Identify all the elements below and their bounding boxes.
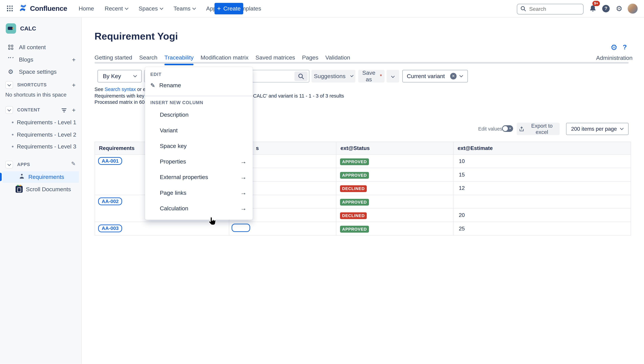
menu-item-variant[interactable]: Variant — [145, 122, 253, 138]
app-switcher-icon[interactable] — [7, 6, 13, 12]
chevron-down-icon — [133, 74, 137, 77]
scroll-documents-icon — [16, 186, 23, 193]
search-icon — [520, 6, 526, 13]
suggestions-button[interactable]: Suggestions — [311, 70, 355, 82]
sidebar-item-all-content[interactable]: All content — [0, 42, 81, 53]
sidebar-page-level3[interactable]: Requirements - Level 3 — [0, 141, 81, 152]
sidebar-page-level2[interactable]: Requirements - Level 2 — [0, 129, 81, 140]
chevron-down-icon — [350, 74, 353, 77]
search-input[interactable] — [528, 6, 575, 13]
col-ext-status[interactable]: ext@Status — [336, 142, 453, 154]
collapse-content-button[interactable] — [6, 106, 13, 114]
table-row: AA-003 APPROVED 25 — [95, 222, 631, 235]
status-badge: APPROVED — [340, 158, 369, 165]
estimate-value: 25 — [453, 222, 631, 235]
sidebar-app-requirements[interactable]: Requirements — [0, 171, 81, 183]
toggle-off-icon: ✕ — [509, 126, 511, 130]
edit-apps-pencil-icon[interactable]: ✎ — [71, 160, 76, 167]
avatar — [627, 4, 638, 14]
notifications-button[interactable]: 9+ — [587, 3, 598, 14]
bullet-icon — [12, 134, 14, 136]
tab-modification-matrix[interactable]: Modification matrix — [201, 54, 249, 64]
collapse-apps-button[interactable] — [6, 161, 13, 168]
tab-validation[interactable]: Validation — [325, 54, 350, 64]
submenu-arrow-icon: → — [240, 158, 246, 165]
search-syntax-link[interactable]: Search syntax — [105, 86, 136, 92]
col-ext-estimate[interactable]: ext@Estimate — [453, 142, 631, 154]
space-header[interactable]: CALC — [6, 23, 36, 34]
tab-getting-started[interactable]: Getting started — [95, 54, 132, 64]
blogs-icon: ”” — [8, 57, 14, 62]
nav-spaces[interactable]: Spaces — [139, 5, 163, 12]
menu-item-page-links[interactable]: Page links→ — [145, 185, 253, 200]
save-as-button[interactable]: Save as* — [358, 70, 384, 82]
status-badge: APPROVED — [340, 172, 369, 179]
shortcuts-empty-text: No shortcuts in this space — [6, 92, 67, 98]
clear-variant-icon[interactable]: ✕ — [450, 73, 457, 80]
add-shortcut-icon[interactable]: + — [72, 82, 76, 89]
variant-select[interactable]: Current variant ✕ — [402, 70, 468, 82]
sidebar-app-scroll-documents[interactable]: Scroll Documents — [0, 184, 81, 195]
nav-recent[interactable]: Recent — [105, 5, 128, 12]
profile-button[interactable] — [627, 3, 638, 14]
chevron-down-icon — [7, 162, 11, 166]
menu-item-description[interactable]: Description — [145, 107, 253, 122]
space-name: CALC — [20, 25, 36, 32]
administration-link[interactable]: Administration — [596, 54, 632, 61]
menu-item-rename[interactable]: ✎ Rename — [145, 78, 253, 93]
sidebar-page-level1[interactable]: Requirements - Level 1 — [0, 117, 81, 128]
menu-item-properties[interactable]: Properties→ — [145, 154, 253, 169]
shortcuts-header: SHORTCUTS + — [0, 80, 81, 90]
export-to-excel-button[interactable]: Export to excel — [517, 123, 559, 135]
estimate-value: 10 — [453, 154, 631, 168]
confluence-wordmark: Confluence — [30, 4, 67, 12]
sidebar-item-space-settings[interactable]: ⚙ Space settings — [0, 66, 81, 78]
partially-hidden-lozenge[interactable] — [232, 224, 250, 232]
apps-header: APPS ✎ — [0, 160, 81, 170]
estimate-value: 12 — [453, 182, 631, 195]
nav-teams[interactable]: Teams — [174, 5, 196, 12]
nav-home[interactable]: Home — [79, 5, 94, 12]
items-per-page-select[interactable]: 200 items per page — [566, 123, 628, 135]
add-content-icon[interactable]: + — [72, 107, 76, 114]
menu-item-external-properties[interactable]: External properties→ — [145, 170, 253, 185]
tab-traceability[interactable]: Traceability — [164, 54, 194, 64]
question-icon: ? — [602, 5, 610, 12]
page-gear-icon[interactable]: ⚙ — [610, 43, 617, 52]
space-settings-gear-icon: ⚙ — [8, 68, 14, 76]
chevron-down-icon — [192, 6, 196, 10]
settings-button[interactable]: ⚙ — [614, 3, 624, 14]
mouse-cursor-hand-icon — [208, 216, 217, 228]
save-as-more-button[interactable] — [387, 70, 399, 82]
content-header: CONTENT + — [0, 105, 81, 115]
run-search-button[interactable] — [295, 72, 308, 81]
add-blog-icon[interactable]: + — [72, 56, 76, 64]
chevron-down-icon — [459, 74, 463, 77]
confluence-logo[interactable]: Confluence — [19, 4, 67, 14]
chevron-down-icon — [160, 6, 163, 10]
plus-icon: + — [217, 5, 221, 12]
create-button[interactable]: +Create — [215, 3, 243, 14]
global-search[interactable] — [517, 4, 584, 14]
gear-icon: ⚙ — [616, 5, 622, 12]
requirement-key-lozenge[interactable]: AA-001 — [98, 157, 122, 165]
space-icon — [6, 23, 16, 34]
linked-cell — [229, 222, 336, 235]
page-help-icon[interactable]: ? — [623, 44, 627, 51]
requirement-key-lozenge[interactable]: AA-003 — [98, 224, 122, 232]
tab-search[interactable]: Search — [139, 54, 158, 64]
requirement-key-lozenge[interactable]: AA-002 — [98, 198, 122, 205]
tab-saved-matrices[interactable]: Saved matrices — [255, 54, 295, 64]
edit-values-toggle[interactable]: ✕ — [502, 125, 513, 132]
menu-item-space-key[interactable]: Space key — [145, 138, 253, 154]
by-key-select[interactable]: By Key — [98, 70, 142, 82]
menu-item-calculation[interactable]: Calculation→ — [145, 200, 253, 216]
column-context-menu: EDIT ✎ Rename INSERT NEW COLUMN Descript… — [145, 67, 253, 220]
chevron-down-icon — [620, 126, 623, 130]
help-button[interactable]: ? — [600, 3, 611, 14]
filter-icon[interactable] — [62, 108, 67, 112]
tab-pages[interactable]: Pages — [302, 54, 318, 64]
menu-divider — [145, 96, 253, 96]
sidebar-item-blogs[interactable]: ”” Blogs + — [0, 54, 81, 65]
collapse-shortcuts-button[interactable] — [6, 81, 13, 89]
